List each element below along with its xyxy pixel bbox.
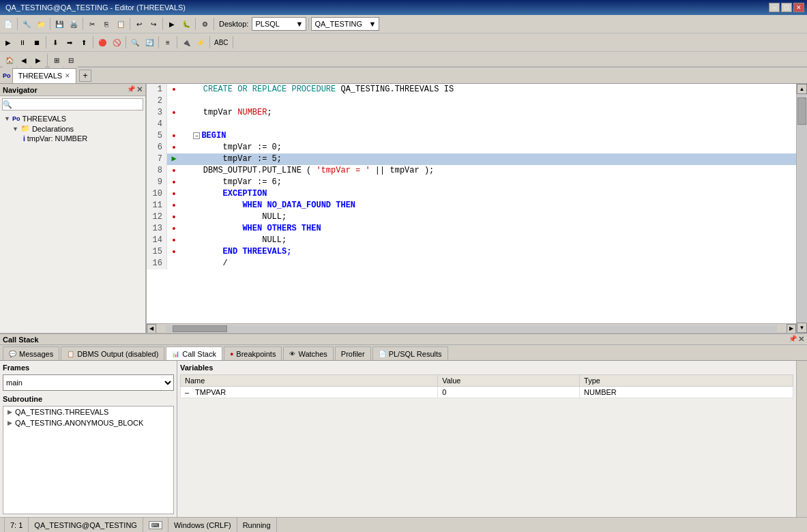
tb2-conn2[interactable]: ⚡: [194, 35, 207, 50]
expand-icon[interactable]: ▼: [4, 115, 10, 122]
toolbar-btn-undo[interactable]: ↩: [132, 16, 146, 31]
navigator-pin-icon[interactable]: 📌: [127, 85, 135, 94]
breakpoint-dot-14[interactable]: •: [171, 236, 177, 246]
v-scroll-down-btn[interactable]: ▼: [797, 323, 807, 333]
collapse-box-5[interactable]: –: [193, 132, 200, 139]
tb2-find[interactable]: 🔍: [128, 35, 142, 50]
breakpoint-dot-13[interactable]: •: [171, 224, 177, 234]
toolbar-btn-redo[interactable]: ↪: [147, 16, 160, 31]
toolbar-btn-4[interactable]: 💾: [53, 16, 66, 31]
line-code-1: CREATE OR REPLACE PROCEDURE QA_TESTING.T…: [181, 84, 454, 95]
v-scroll-thumb[interactable]: [797, 98, 806, 125]
sep12: [158, 36, 159, 48]
desktop-mode-dropdown[interactable]: PLSQL ▼: [252, 17, 306, 31]
panel-close-icon[interactable]: ✕: [798, 335, 804, 344]
breakpoint-dot-10[interactable]: •: [171, 190, 177, 199]
tab-dbms[interactable]: 📋 DBMS Output (disabled): [61, 346, 164, 360]
tree-item-threevals[interactable]: ▼ Po THREEVALS: [1, 114, 144, 123]
tab-watches-label: Watches: [298, 350, 327, 358]
tb3-btn4[interactable]: ⊞: [50, 53, 63, 68]
tb2-step-over[interactable]: ➡: [63, 35, 76, 50]
code-line-6: 6 • tmpVar := 0;: [147, 142, 796, 153]
toolbar-btn-1[interactable]: 📄: [1, 16, 15, 31]
toolbar-btn-paste[interactable]: 📋: [114, 16, 128, 31]
toolbar-btn-copy[interactable]: ⎘: [100, 16, 113, 31]
sep5: [162, 18, 163, 30]
breakpoint-dot-5[interactable]: •: [171, 132, 177, 141]
h-scroll[interactable]: ◀ ▶: [147, 323, 796, 333]
h-scroll-thumb[interactable]: [173, 325, 227, 332]
tb2-btn1[interactable]: ▶: [1, 35, 15, 50]
tb2-spell[interactable]: ABC: [212, 35, 231, 50]
toolbar-btn-2[interactable]: 🔧: [20, 16, 33, 31]
tb2-btn3[interactable]: ⏹: [30, 35, 44, 50]
tab-messages[interactable]: 💬 Messages: [3, 346, 59, 360]
tb2-bp-clear[interactable]: 🚫: [110, 35, 123, 50]
minimize-button[interactable]: –: [769, 3, 780, 12]
tree-item-tmpvar[interactable]: i tmpVar: NUMBER: [1, 134, 144, 143]
breakpoint-dot-15[interactable]: •: [171, 248, 177, 257]
tab-callstack[interactable]: 📊 Call Stack: [166, 346, 222, 360]
tab-close-icon[interactable]: ✕: [65, 72, 70, 79]
breakpoint-dot-9[interactable]: •: [171, 178, 177, 188]
navigator-close-icon[interactable]: ✕: [136, 85, 143, 94]
editor-area: 1 • CREATE OR REPLACE PROCEDURE QA_TESTI…: [147, 84, 807, 333]
tab-plsql-results[interactable]: 📄 PL/SQL Results: [372, 346, 448, 360]
frames-select[interactable]: main: [3, 374, 174, 391]
sub-item-1[interactable]: ▶ QA_TESTING.THREEVALS: [3, 407, 173, 417]
sub-item-2[interactable]: ▶ QA_TESTING.ANONYMOUS_BLOCK: [3, 417, 173, 428]
tb3-btn1[interactable]: 🏠: [3, 53, 16, 68]
breakpoint-dot-6[interactable]: •: [171, 143, 177, 153]
breakpoint-dot-8[interactable]: •: [171, 166, 177, 176]
breakpoint-dot-1[interactable]: •: [171, 85, 177, 95]
editor-v-scroll[interactable]: ▲ ▼: [796, 84, 807, 333]
sep3: [83, 18, 83, 30]
navigator-title: Navigator: [3, 86, 38, 94]
tb2-format[interactable]: ≡: [161, 35, 175, 50]
nav-search-input[interactable]: [2, 98, 143, 110]
tb2-step-into[interactable]: ⬇: [48, 35, 62, 50]
toolbar-btn-cut[interactable]: ✂: [85, 16, 99, 31]
tb2-btn2[interactable]: ⏸: [16, 35, 29, 50]
sub-arrow-1: ▶: [8, 409, 12, 415]
tb3-btn2[interactable]: ◀: [17, 53, 31, 68]
variables-panel: Variables Name Value Type – TMPVAR: [177, 361, 796, 517]
toolbar-btn-debug[interactable]: 🐛: [179, 16, 193, 31]
line-num-13: 13: [147, 223, 167, 235]
tab-watches[interactable]: 👁 Watches: [283, 346, 333, 360]
tb3-btn3[interactable]: ▶: [31, 53, 45, 68]
breakpoint-dot-11[interactable]: •: [171, 201, 177, 211]
tb2-bp-toggle[interactable]: 🔴: [96, 35, 109, 50]
bottom-v-scroll[interactable]: [796, 361, 807, 517]
tb3-btn5[interactable]: ⊟: [64, 53, 78, 68]
panel-pin-icon[interactable]: 📌: [789, 335, 797, 344]
h-scroll-right-btn[interactable]: ▶: [787, 324, 796, 334]
h-scroll-left-btn[interactable]: ◀: [147, 324, 156, 334]
toolbar-btn-compile[interactable]: ⚙: [198, 16, 211, 31]
line-marker-15: •: [167, 246, 181, 258]
tab-profiler[interactable]: Profiler: [335, 346, 371, 360]
tb2-conn1[interactable]: 🔌: [179, 35, 193, 50]
tb2-replace[interactable]: 🔄: [143, 35, 156, 50]
desktop-label: Desktop:: [216, 20, 251, 28]
code-editor[interactable]: 1 • CREATE OR REPLACE PROCEDURE QA_TESTI…: [147, 84, 796, 333]
close-button[interactable]: ✕: [793, 3, 804, 12]
sep15: [233, 36, 233, 48]
call-stack-content: Frames main Subroutine ▶ QA_TESTING.THRE…: [0, 361, 807, 517]
tb2-step-out[interactable]: ⬆: [77, 35, 91, 50]
maximize-button[interactable]: □: [781, 3, 792, 12]
tree-item-declarations[interactable]: ▼ 📁 Declarations: [1, 123, 144, 134]
subroutine-list: ▶ QA_TESTING.THREEVALS ▶ QA_TESTING.ANON…: [3, 406, 174, 514]
tab-breakpoints[interactable]: ● Breakpoints: [224, 346, 282, 360]
breakpoint-dot-12[interactable]: •: [171, 213, 177, 222]
connection-dropdown[interactable]: QA_TESTING ▼: [311, 17, 379, 31]
toolbar-btn-5[interactable]: 🖨️: [67, 16, 80, 31]
toolbar-btn-run[interactable]: ▶: [165, 16, 179, 31]
toolbar-btn-3[interactable]: 📁: [34, 16, 48, 31]
expand-declarations-icon[interactable]: ▼: [12, 125, 18, 132]
editor-tab-threevals[interactable]: THREEVALS ✕: [12, 68, 77, 83]
sep14: [209, 36, 210, 48]
add-tab-button[interactable]: +: [79, 70, 91, 82]
breakpoint-dot-3[interactable]: •: [171, 108, 177, 118]
v-scroll-up-btn[interactable]: ▲: [797, 84, 807, 94]
